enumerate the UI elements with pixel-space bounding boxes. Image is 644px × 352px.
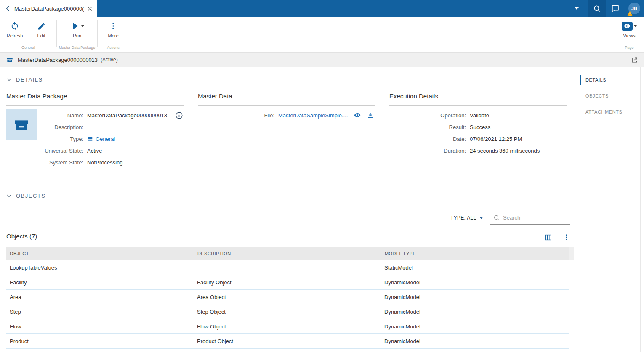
warning-triangle-icon [627, 11, 633, 16]
topbar-actions: JB [569, 0, 644, 17]
document-tab[interactable]: MasterDataPackage000000( [0, 0, 97, 17]
play-icon [70, 21, 80, 31]
date-value: 07/06/2021 12:25 PM [470, 136, 567, 142]
package-thumbnail [6, 109, 37, 140]
type-link[interactable]: General [96, 136, 115, 142]
anchor-details[interactable]: DETAILS [580, 72, 640, 87]
cell-model-type: DynamicModel [381, 279, 569, 286]
preview-eye-icon[interactable] [354, 112, 361, 119]
user-avatar[interactable]: JB [625, 0, 644, 17]
field-label: Type: [37, 136, 83, 142]
type-table-icon [87, 136, 93, 142]
cell-model-type: DynamicModel [381, 294, 569, 300]
field-universal-state: Universal State: Active [37, 145, 184, 156]
topbar-dropdown-caret-icon[interactable] [569, 0, 584, 17]
record-title: MasterDataPackage0000000013 [18, 57, 98, 63]
details-section-header[interactable]: DETAILS [6, 77, 43, 83]
run-dropdown-caret-icon[interactable] [81, 24, 85, 28]
chevron-down-icon [6, 193, 12, 198]
table-row[interactable]: Facility Facility Object DynamicModel [6, 275, 569, 290]
details-section-title: DETAILS [16, 77, 43, 83]
record-titlebar: MasterDataPackage0000000013 (Active) [0, 53, 644, 67]
download-icon[interactable] [367, 112, 374, 119]
column-header-object[interactable]: OBJECT [6, 247, 194, 260]
field-label: Universal State: [37, 148, 83, 154]
column-settings-icon[interactable] [544, 233, 552, 241]
chat-icon[interactable] [606, 0, 625, 17]
objects-section-header[interactable]: OBJECTS [6, 193, 45, 199]
field-label: Duration: [389, 148, 466, 154]
more-label: More [108, 33, 118, 38]
field-name: Name: MasterDataPackage0000000013 [37, 109, 184, 121]
objects-table: OBJECT DESCRIPTION MODEL TYPE LookupTabl… [6, 247, 574, 349]
objects-search-box [490, 211, 570, 225]
operation-value: Validate [470, 112, 567, 119]
ribbon-toolbar: Refresh Edit Run More [0, 17, 644, 53]
objects-table-title: Objects (7) [6, 233, 37, 240]
run-label: Run [73, 33, 81, 38]
table-row[interactable]: Step Step Object DynamicModel [6, 304, 569, 319]
info-icon[interactable] [175, 111, 183, 119]
master-data-panel: Master Data File: MasterDataSampleSimple… [198, 93, 375, 121]
panel-heading: Execution Details [389, 93, 567, 106]
master-data-package-panel: Master Data Package Name: MasterDataPack… [6, 93, 184, 168]
anchor-attachments[interactable]: ATTACHMENTS [580, 104, 640, 119]
refresh-icon [10, 21, 19, 31]
field-duration: Duration: 24 seconds 360 milliseconds [389, 145, 567, 156]
table-row[interactable]: LookupTableValues StaticModel [6, 260, 569, 275]
views-eye-icon [622, 22, 633, 31]
page-scrollbar[interactable] [640, 67, 644, 352]
section-anchor-nav: DETAILS OBJECTS ATTACHMENTS [580, 67, 640, 352]
field-date: Date: 07/06/2021 12:25 PM [389, 133, 567, 145]
cell-object: Area [6, 294, 194, 300]
type-filter-dropdown[interactable]: TYPE: ALL [450, 215, 484, 221]
file-link[interactable]: MasterDataSampleSimple.... [278, 112, 348, 119]
cell-model-type: DynamicModel [381, 323, 569, 330]
field-label: Date: [389, 136, 466, 142]
package-icon [6, 56, 13, 64]
field-label: Operation: [389, 112, 466, 119]
field-label: System State: [37, 159, 83, 166]
cell-description: Flow Object [194, 323, 381, 330]
more-button[interactable]: More [103, 21, 124, 38]
search-input[interactable] [503, 214, 567, 221]
chevron-down-icon [6, 77, 12, 82]
search-icon[interactable] [588, 0, 606, 17]
cell-object: Product [6, 338, 194, 344]
cell-object: Facility [6, 279, 194, 286]
record-status: (Active) [101, 57, 118, 63]
tab-close-icon[interactable] [85, 4, 94, 13]
views-label: Views [623, 33, 635, 38]
refresh-button[interactable]: Refresh [4, 21, 25, 38]
pencil-icon [37, 21, 46, 31]
table-menu-ellipsis-icon[interactable] [563, 233, 570, 242]
universal-state-value: Active [87, 148, 184, 154]
cell-model-type: DynamicModel [381, 338, 569, 344]
field-label: Name: [37, 112, 83, 119]
column-header-description[interactable]: DESCRIPTION [194, 247, 381, 260]
open-in-window-icon[interactable] [629, 54, 640, 65]
views-button[interactable]: Views [618, 21, 641, 38]
group-label-page: Page [625, 45, 633, 50]
column-header-model-type[interactable]: MODEL TYPE [381, 247, 569, 260]
edit-button[interactable]: Edit [31, 21, 52, 38]
toolbar-separator [97, 20, 98, 47]
views-dropdown-caret-icon[interactable] [633, 24, 637, 28]
cell-description: Area Object [194, 294, 381, 300]
table-row[interactable]: Flow Flow Object DynamicModel [6, 319, 569, 334]
edit-label: Edit [37, 33, 45, 38]
anchor-objects[interactable]: OBJECTS [580, 88, 640, 103]
field-system-state: System State: NotProcessing [37, 156, 184, 168]
cell-model-type: StaticModel [381, 265, 569, 271]
tab-title: MasterDataPackage000000( [14, 5, 85, 12]
cell-description: Facility Object [194, 279, 381, 286]
back-chevron-icon[interactable] [3, 4, 13, 13]
system-state-value: NotProcessing [87, 159, 184, 166]
field-file: File: MasterDataSampleSimple.... [198, 109, 375, 121]
table-row[interactable]: Product Product Object DynamicModel [6, 334, 569, 349]
table-row[interactable]: Area Area Object DynamicModel [6, 290, 569, 304]
topbar: MasterDataPackage000000( JB [0, 0, 644, 17]
field-description: Description: [37, 121, 184, 133]
run-button[interactable]: Run [62, 21, 92, 38]
execution-details-panel: Execution Details Operation: Validate Re… [389, 93, 567, 156]
